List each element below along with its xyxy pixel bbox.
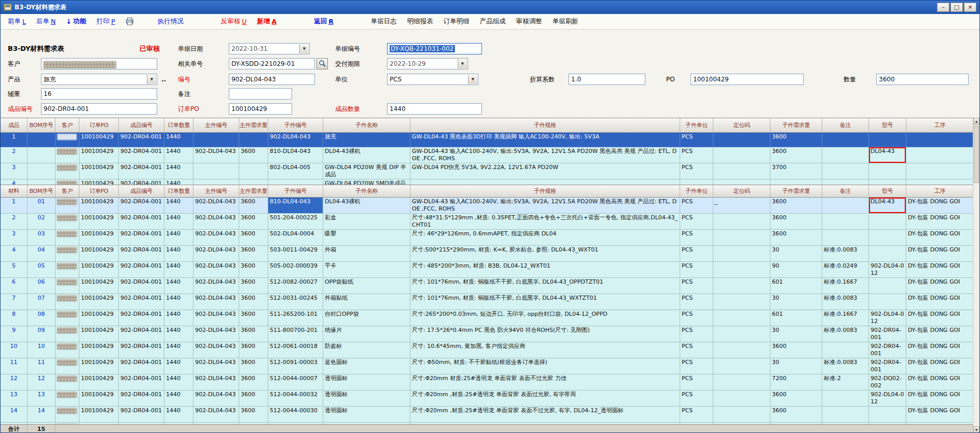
cell-num[interactable]: 12 bbox=[1, 374, 27, 390]
cell-proc[interactable]: DY-包装 DONG GOI bbox=[906, 407, 974, 423]
cell-num[interactable]: 14 bbox=[1, 407, 27, 423]
cell-main[interactable]: 902-DL04-043 bbox=[194, 198, 239, 214]
cell-unit[interactable] bbox=[680, 179, 713, 185]
cell-main[interactable]: 902-DL04-043 bbox=[194, 407, 239, 423]
cell-req[interactable]: 3700 bbox=[770, 163, 822, 179]
cell-main[interactable]: 902-DL04-043 bbox=[194, 342, 239, 358]
cell-qty[interactable]: 1440 bbox=[164, 374, 194, 390]
column-header-po[interactable]: 订单PO bbox=[79, 185, 119, 198]
cell-loc[interactable]: _ bbox=[713, 198, 770, 214]
cell-loc[interactable] bbox=[713, 374, 770, 390]
detail-report-button[interactable]: 明细报表 bbox=[407, 17, 433, 26]
cell-qty[interactable]: 1440 bbox=[164, 326, 194, 342]
cell-mainqty[interactable]: 3600 bbox=[239, 407, 268, 423]
cell-fp[interactable]: 902-DR04-001 bbox=[119, 358, 164, 374]
cell-proc[interactable]: DY-包装 DONG GOI bbox=[906, 246, 974, 262]
column-header-req[interactable]: 子件需求量 bbox=[770, 118, 822, 133]
cell-po[interactable]: 100100429 bbox=[79, 147, 119, 163]
cell-main[interactable] bbox=[194, 179, 239, 185]
column-header-mainqty[interactable]: 主件需求量 bbox=[239, 185, 268, 198]
cell-model[interactable] bbox=[869, 179, 906, 185]
fp-code-input[interactable]: 902-DR04-001 bbox=[41, 103, 157, 115]
cell-name[interactable]: 自封口OPP袋 bbox=[323, 310, 410, 326]
related-no-input[interactable]: DY-XSDD-221029-01 bbox=[229, 58, 315, 69]
table-row[interactable]: 202100100429902-DR04-0011440902-DL04-043… bbox=[1, 214, 974, 230]
close-button[interactable]: × bbox=[964, 3, 976, 12]
cell-main[interactable]: 902-DL04-043 bbox=[194, 278, 239, 294]
cell-bom[interactable] bbox=[27, 147, 56, 163]
cell-loc[interactable] bbox=[713, 262, 770, 278]
cell-req[interactable]: 90 bbox=[770, 262, 822, 278]
column-header-unit[interactable]: 子件单位 bbox=[680, 118, 713, 133]
code-input[interactable]: 902-DL04-043 bbox=[229, 74, 315, 85]
cell-customer[interactable] bbox=[56, 294, 79, 310]
doc-refresh-button[interactable]: 单据刷新 bbox=[553, 17, 578, 26]
cell-name[interactable]: 绝缘片 bbox=[323, 326, 410, 342]
cell-part[interactable]: 902-DL04-043 bbox=[268, 133, 323, 147]
cell-proc[interactable]: DY-包装 DONG GOI bbox=[906, 214, 974, 230]
cell-spec[interactable]: 尺寸:Φ20mm 材质:25#透明龙 单面背胶 表面不过光胶 力佳 bbox=[410, 374, 680, 390]
cell-num[interactable]: 5 bbox=[1, 262, 27, 278]
cell-unit[interactable]: PCS bbox=[680, 230, 713, 246]
cell-req[interactable]: 30 bbox=[770, 294, 822, 310]
cell-loc[interactable] bbox=[713, 163, 770, 179]
cell-part[interactable]: 502-DL04-0004 bbox=[268, 230, 323, 246]
cell-part[interactable]: 810-DL04-043 bbox=[268, 198, 323, 214]
cell-proc[interactable]: DY-包装 DONG GOI bbox=[906, 230, 974, 246]
cell-num[interactable]: 11 bbox=[1, 358, 27, 374]
cell-req[interactable]: 3600 bbox=[770, 214, 822, 230]
cell-po[interactable]: 100100429 bbox=[79, 133, 119, 147]
lookup-button[interactable] bbox=[316, 58, 328, 69]
cell-unit[interactable]: PCS bbox=[680, 147, 713, 163]
order-detail-button[interactable]: 订单明细 bbox=[444, 17, 470, 26]
cell-proc[interactable] bbox=[906, 179, 974, 185]
cell-qty[interactable]: 1440 bbox=[164, 310, 194, 326]
column-header-unit[interactable]: 子件单位 bbox=[680, 185, 713, 198]
cell-main[interactable]: 902-DL04-043 bbox=[194, 358, 239, 374]
cell-po[interactable]: 100100429 bbox=[79, 278, 119, 294]
cell-proc[interactable]: DY-包装 DONG GOI bbox=[906, 198, 974, 214]
cell-bom[interactable] bbox=[27, 133, 56, 147]
cell-loc[interactable] bbox=[713, 326, 770, 342]
cell-model[interactable] bbox=[869, 163, 906, 179]
table-row[interactable]: 404100100429902-DR04-0011440902-DL04-043… bbox=[1, 246, 974, 262]
cell-main[interactable]: 902-DL04-043 bbox=[194, 230, 239, 246]
cell-main[interactable]: 902-DL04-043 bbox=[194, 214, 239, 230]
column-header-name[interactable]: 子件名称 bbox=[323, 185, 410, 198]
column-header-note[interactable]: 备注 bbox=[822, 185, 869, 198]
column-header-qty[interactable]: 订单数量 bbox=[164, 185, 194, 198]
po-input[interactable]: 100100429 bbox=[691, 74, 804, 85]
cell-po[interactable]: 100100429 bbox=[79, 310, 119, 326]
cell-num[interactable]: 13 bbox=[1, 390, 27, 407]
cell-bom[interactable]: 05 bbox=[27, 262, 56, 278]
column-header-proc[interactable]: 工序 bbox=[906, 118, 974, 133]
cell-note[interactable] bbox=[822, 179, 869, 185]
cell-name[interactable]: GW-DL04 PD20W SMD半成品 bbox=[323, 179, 410, 185]
cell-unit[interactable]: PCS bbox=[680, 374, 713, 390]
column-header-bom[interactable]: BOM序号 bbox=[27, 118, 56, 133]
cell-customer[interactable] bbox=[56, 133, 79, 147]
cell-model[interactable]: 902-DL04-012 bbox=[869, 262, 906, 278]
cell-po[interactable]: 100100429 bbox=[79, 246, 119, 262]
column-header-part[interactable]: 子件编号 bbox=[268, 185, 323, 198]
cell-part[interactable]: 512-0091-00003 bbox=[268, 358, 323, 374]
cell-name[interactable]: 彩盒 bbox=[323, 214, 410, 230]
cell-fp[interactable]: 902-DR04-001 bbox=[119, 342, 164, 358]
cell-qty[interactable]: 1440 bbox=[164, 230, 194, 246]
cell-unit[interactable]: PCS bbox=[680, 310, 713, 326]
cell-main[interactable]: 902-DL04-043 bbox=[194, 246, 239, 262]
column-header-mainqty[interactable]: 主件需求量 bbox=[239, 118, 268, 133]
cell-bom[interactable]: 11 bbox=[27, 358, 56, 374]
cell-name[interactable]: 防盗标 bbox=[323, 342, 410, 358]
cell-proc[interactable]: DY-包装 DONG GOI bbox=[906, 390, 974, 407]
column-header-proc[interactable]: 工序 bbox=[906, 185, 974, 198]
cell-qty[interactable]: 1440 bbox=[164, 342, 194, 358]
cell-po[interactable]: 100100429 bbox=[79, 374, 119, 390]
cell-fp[interactable]: 902-DR04-001 bbox=[119, 147, 164, 163]
cell-proc[interactable]: DY-包装 DONG GOI bbox=[906, 326, 974, 342]
cell-unit[interactable]: PCS bbox=[680, 163, 713, 179]
next-doc-button[interactable]: 后单N bbox=[36, 17, 56, 26]
cell-spec[interactable]: GW-DL04-43 黑色表面3D打印 美规插脚 输入AC100-240V, 输… bbox=[410, 133, 680, 147]
cell-customer[interactable] bbox=[56, 214, 79, 230]
cell-name[interactable]: GW-DL04 PD20W 美规 DIP 半成品 bbox=[323, 163, 410, 179]
